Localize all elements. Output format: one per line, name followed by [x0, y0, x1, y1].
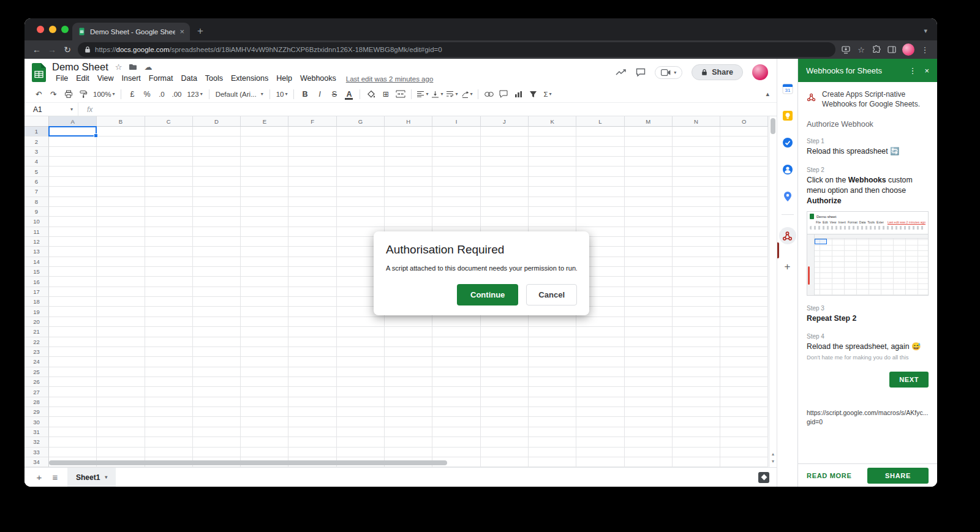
- keep-icon[interactable]: [782, 110, 793, 121]
- sidebar-overflow-icon[interactable]: ⋮: [908, 67, 916, 75]
- minimize-window-button[interactable]: [49, 26, 56, 33]
- cell-n1[interactable]: [673, 127, 720, 137]
- cell-d32[interactable]: [193, 437, 241, 447]
- cell-e15[interactable]: [241, 267, 288, 277]
- cell-e10[interactable]: [241, 217, 288, 227]
- cell-j5[interactable]: [481, 167, 529, 176]
- cell-h23[interactable]: [385, 347, 432, 357]
- cell-l34[interactable]: [576, 457, 624, 467]
- cell-d28[interactable]: [193, 397, 241, 407]
- cell-b29[interactable]: [97, 407, 145, 417]
- cell-c10[interactable]: [145, 217, 193, 227]
- cell-e7[interactable]: [241, 187, 288, 197]
- cell-b23[interactable]: [97, 347, 145, 357]
- cell-b24[interactable]: [97, 357, 145, 367]
- cell-a8[interactable]: [49, 197, 97, 207]
- cell-n16[interactable]: [673, 277, 720, 287]
- cell-l30[interactable]: [576, 417, 624, 427]
- cell-b28[interactable]: [97, 397, 145, 407]
- cell-d1[interactable]: [193, 127, 241, 137]
- next-button[interactable]: NEXT: [889, 372, 929, 388]
- cell-f7[interactable]: [288, 187, 336, 197]
- cell-m21[interactable]: [625, 327, 673, 337]
- cell-c14[interactable]: [145, 257, 193, 267]
- cell-a31[interactable]: [49, 427, 97, 437]
- cell-c11[interactable]: [145, 227, 193, 237]
- row-header-13[interactable]: 13: [24, 247, 49, 257]
- cell-b18[interactable]: [97, 297, 145, 307]
- cell-k28[interactable]: [529, 397, 576, 407]
- cell-k22[interactable]: [529, 337, 576, 347]
- cell-f31[interactable]: [288, 427, 336, 437]
- cell-a28[interactable]: [49, 397, 97, 407]
- cell-j34[interactable]: [481, 457, 529, 467]
- cell-c7[interactable]: [145, 187, 193, 197]
- cell-m23[interactable]: [625, 347, 673, 357]
- account-avatar[interactable]: [752, 64, 768, 80]
- extensions-puzzle-icon[interactable]: [872, 45, 881, 54]
- cell-e22[interactable]: [241, 337, 288, 347]
- cell-g24[interactable]: [337, 357, 385, 367]
- font-select[interactable]: Default (Ari...▾: [213, 88, 266, 101]
- cell-n12[interactable]: [673, 237, 720, 247]
- cell-o27[interactable]: [720, 387, 768, 397]
- row-header-25[interactable]: 25: [24, 367, 49, 377]
- cell-m33[interactable]: [625, 448, 673, 457]
- cell-l29[interactable]: [576, 407, 624, 417]
- cell-a23[interactable]: [49, 347, 97, 357]
- cell-b2[interactable]: [97, 137, 145, 146]
- cell-e4[interactable]: [241, 157, 288, 167]
- cell-i7[interactable]: [432, 187, 480, 197]
- row-header-24[interactable]: 24: [24, 357, 49, 367]
- cell-j33[interactable]: [481, 448, 529, 457]
- cell-m4[interactable]: [625, 157, 673, 167]
- vertical-align-button[interactable]: ▾: [430, 88, 444, 101]
- cell-n27[interactable]: [673, 387, 720, 397]
- cell-f32[interactable]: [288, 437, 336, 447]
- cell-m25[interactable]: [625, 367, 673, 377]
- menu-tools[interactable]: Tools: [202, 73, 227, 83]
- cell-d30[interactable]: [193, 417, 241, 427]
- cell-c31[interactable]: [145, 427, 193, 437]
- add-sheet-button[interactable]: +: [32, 473, 47, 482]
- cell-c17[interactable]: [145, 287, 193, 297]
- format-currency-button[interactable]: £: [125, 88, 139, 101]
- cell-n29[interactable]: [673, 407, 720, 417]
- sheet-tab-sheet1[interactable]: Sheet1▾: [67, 468, 116, 487]
- cell-c12[interactable]: [145, 237, 193, 247]
- cell-a30[interactable]: [49, 417, 97, 427]
- cell-n30[interactable]: [673, 417, 720, 427]
- cell-b12[interactable]: [97, 237, 145, 247]
- paint-format-button[interactable]: [76, 88, 90, 101]
- cell-d6[interactable]: [193, 177, 241, 187]
- cell-n25[interactable]: [673, 367, 720, 377]
- cell-m32[interactable]: [625, 437, 673, 447]
- cell-h21[interactable]: [385, 327, 432, 337]
- cell-h29[interactable]: [385, 407, 432, 417]
- close-window-button[interactable]: [37, 26, 44, 33]
- cell-e18[interactable]: [241, 297, 288, 307]
- cell-c6[interactable]: [145, 177, 193, 187]
- cell-c9[interactable]: [145, 207, 193, 217]
- cell-f33[interactable]: [288, 448, 336, 457]
- row-header-21[interactable]: 21: [24, 327, 49, 337]
- cell-g22[interactable]: [337, 337, 385, 347]
- row-header-28[interactable]: 28: [24, 397, 49, 407]
- cell-h9[interactable]: [385, 207, 432, 217]
- cell-e17[interactable]: [241, 287, 288, 297]
- cell-m3[interactable]: [625, 147, 673, 157]
- cell-g3[interactable]: [337, 147, 385, 157]
- cell-j10[interactable]: [481, 217, 529, 227]
- cell-n9[interactable]: [673, 207, 720, 217]
- cell-l5[interactable]: [576, 167, 624, 176]
- share-button[interactable]: Share: [692, 64, 743, 80]
- cell-k23[interactable]: [529, 347, 576, 357]
- cell-i31[interactable]: [432, 427, 480, 437]
- cell-c26[interactable]: [145, 377, 193, 387]
- cell-o13[interactable]: [720, 247, 768, 257]
- cell-m22[interactable]: [625, 337, 673, 347]
- cell-k34[interactable]: [529, 457, 576, 467]
- address-bar[interactable]: https://docs.google.com/spreadsheets/d/1…: [78, 42, 835, 57]
- cell-i27[interactable]: [432, 387, 480, 397]
- cloud-status-icon[interactable]: ☁: [144, 63, 152, 71]
